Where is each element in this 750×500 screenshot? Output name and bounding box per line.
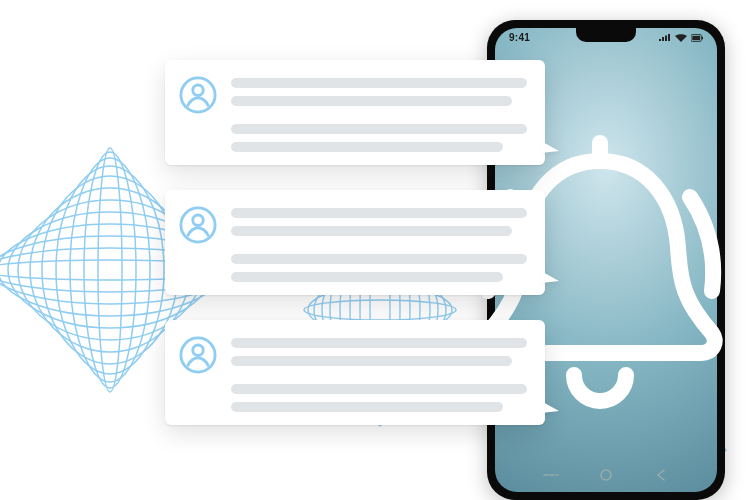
user-avatar-icon xyxy=(179,336,217,374)
svg-point-42 xyxy=(193,345,203,355)
svg-point-12 xyxy=(304,300,456,320)
svg-point-11 xyxy=(98,148,122,392)
svg-rect-31 xyxy=(692,35,700,39)
notification-text-placeholder xyxy=(231,74,527,153)
svg-rect-32 xyxy=(702,36,703,39)
user-avatar-icon xyxy=(179,76,217,114)
illustration-canvas: 9:41 xyxy=(0,0,750,500)
status-time: 9:41 xyxy=(509,32,530,43)
signal-icon xyxy=(659,34,671,42)
notification-card[interactable] xyxy=(165,60,545,165)
notification-card[interactable] xyxy=(165,320,545,425)
svg-point-9 xyxy=(70,158,150,382)
back-icon[interactable] xyxy=(652,466,670,484)
notification-text-placeholder xyxy=(231,334,527,413)
wifi-icon xyxy=(675,34,687,42)
svg-point-8 xyxy=(56,166,164,374)
user-avatar-icon xyxy=(179,206,217,244)
notification-text-placeholder xyxy=(231,204,527,283)
notification-card[interactable] xyxy=(165,190,545,295)
svg-point-36 xyxy=(601,470,611,480)
status-bar: 9:41 xyxy=(495,32,717,43)
svg-point-40 xyxy=(193,215,203,225)
svg-point-38 xyxy=(193,85,203,95)
recents-icon[interactable] xyxy=(542,466,560,484)
home-icon[interactable] xyxy=(597,466,615,484)
battery-icon xyxy=(691,34,703,42)
android-navigation-bar xyxy=(495,466,717,484)
